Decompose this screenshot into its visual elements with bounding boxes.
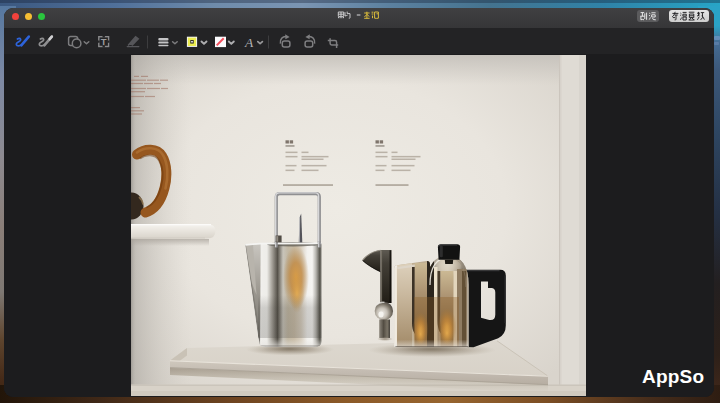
svg-text:T: T	[101, 36, 107, 47]
svg-text:A: A	[244, 35, 254, 50]
